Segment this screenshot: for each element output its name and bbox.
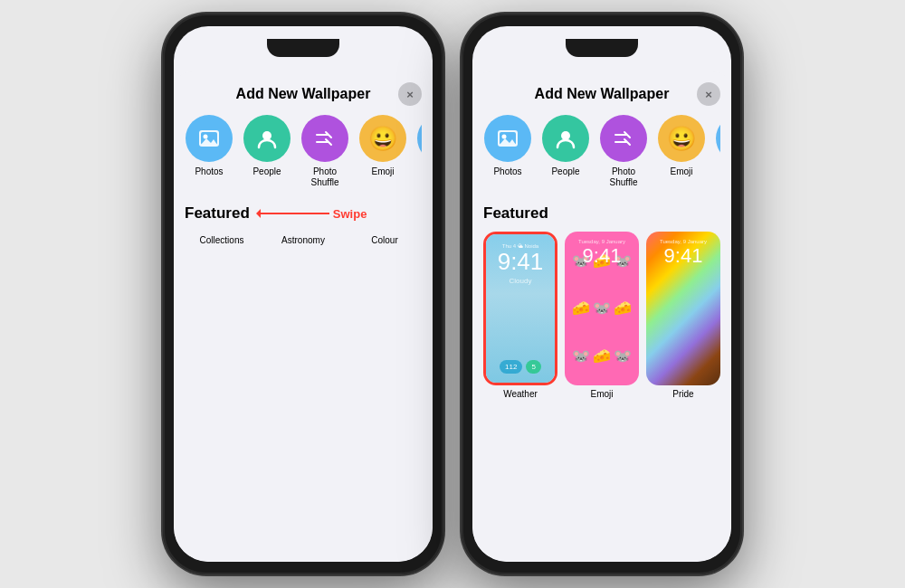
- icon-circle-photos-right: [484, 115, 531, 162]
- icon-item-shuffle-right[interactable]: Photo Shuffle: [599, 115, 648, 188]
- icon-item-photos-left[interactable]: Photos: [185, 115, 233, 188]
- cards-container-right: Thu 4 🌥 Noida 9:41 Cloudy 112 5 Weather: [483, 232, 720, 399]
- icon-circle-weather-right: ☁️: [716, 115, 720, 162]
- svg-point-4: [262, 131, 272, 140]
- modal-title-left: Add New Wallpaper: [236, 86, 371, 102]
- icon-circle-people-right: [542, 115, 589, 162]
- modal-header-right: Add New Wallpaper ×: [483, 86, 720, 102]
- phone-screen-left: Add New Wallpaper × Photos: [174, 26, 433, 562]
- featured-header-right: Featured: [483, 204, 720, 223]
- card-label-pride: Pride: [672, 389, 693, 399]
- icon-label-people-right: People: [551, 166, 579, 177]
- phone-notch-right: [566, 39, 638, 57]
- icon-item-emoji-left[interactable]: 😀 Emoji: [358, 115, 407, 188]
- card-wrapper-colour[interactable]: Tuesday, 9 January 9:41 Colour: [348, 232, 422, 245]
- card-label-colour: Colour: [371, 235, 397, 245]
- icon-item-photos-right[interactable]: Photos: [483, 115, 532, 188]
- icon-circle-emoji-left: 😀: [359, 115, 406, 162]
- emoji-cheese-3: 🧀: [613, 285, 634, 333]
- card-wrapper-weather[interactable]: Thu 4 🌥 Noida 9:41 Cloudy 112 5 Weather: [483, 232, 557, 399]
- icon-label-shuffle-left: Photo Shuffle: [311, 166, 339, 188]
- icon-circle-weather-left: ☁️: [417, 115, 422, 162]
- icon-item-shuffle-left[interactable]: Photo Shuffle: [300, 115, 349, 188]
- card-wrapper-pride[interactable]: Tuesday, 9 January 9:41 Pride: [646, 232, 720, 399]
- card-label-weather: Weather: [503, 389, 538, 399]
- card-label-emoji-right: Emoji: [590, 389, 613, 399]
- swipe-label-left: Swipe: [333, 207, 367, 221]
- svg-point-7: [502, 135, 507, 139]
- card-wrapper-astronomy[interactable]: Tuesday, 9 January 9:41 Astronomy: [266, 232, 340, 245]
- modal-header-left: Add New Wallpaper ×: [185, 86, 422, 102]
- featured-header-left: Featured Swipe: [185, 204, 422, 223]
- wallpaper-icons-right: Photos People: [483, 115, 720, 188]
- emoji-mouse-4: 🐭: [570, 332, 591, 380]
- icon-item-weather-left[interactable]: ☁️ Weat…: [416, 115, 422, 188]
- card-weather-inner: Thu 4 🌥 Noida 9:41 Cloudy 112 5: [486, 234, 555, 383]
- icon-label-people-left: People: [252, 166, 281, 177]
- phone-notch-left: [267, 39, 339, 57]
- emoji-time-overlay: Tuesday, 9 January 9:41: [565, 239, 639, 268]
- pride-time-overlay: Tuesday, 9 January 9:41: [646, 239, 720, 268]
- weather-widgets: 112 5: [500, 360, 541, 374]
- icon-circle-shuffle-right: [600, 115, 647, 162]
- phone-screen-right: Add New Wallpaper × Photos: [472, 26, 731, 562]
- icon-label-photos-right: Photos: [493, 166, 521, 177]
- arrow-line-left: [257, 213, 329, 214]
- icon-item-emoji-right[interactable]: 😀 Emoji: [657, 115, 706, 188]
- featured-title-left: Featured: [185, 204, 250, 223]
- icon-circle-photos-left: [186, 115, 233, 162]
- close-button-left[interactable]: ×: [398, 82, 422, 106]
- close-button-right[interactable]: ×: [697, 82, 720, 106]
- featured-section-left: Featured Swipe Tuesday, 9 January 9:41: [185, 204, 422, 547]
- featured-section-right: Featured Thu 4 🌥 Noida 9:41 Cloudy 112: [483, 204, 720, 547]
- icon-label-photos-left: Photos: [195, 166, 223, 177]
- card-label-astronomy: Astronomy: [281, 235, 325, 245]
- icon-circle-emoji-right: 😀: [658, 115, 705, 162]
- weather-time: 9:41: [498, 249, 544, 275]
- weather-widget-1: 112: [500, 360, 522, 374]
- svg-point-9: [561, 131, 570, 140]
- emoji-card-time: 9:41: [565, 244, 639, 268]
- emoji-cheese-4: 🧀: [591, 332, 612, 380]
- emoji-cheese-2: 🧀: [570, 285, 591, 333]
- featured-title-right: Featured: [483, 204, 548, 223]
- modal-sheet-left: Add New Wallpaper × Photos: [174, 71, 433, 562]
- phone-right: Add New Wallpaper × Photos: [462, 14, 742, 574]
- phone-left: Add New Wallpaper × Photos: [163, 14, 443, 574]
- modal-title-right: Add New Wallpaper: [535, 86, 670, 102]
- icon-item-weather-right[interactable]: ☁️ Weat…: [715, 115, 720, 188]
- icon-item-people-right[interactable]: People: [541, 115, 590, 188]
- icon-label-shuffle-right: Photo Shuffle: [610, 166, 638, 188]
- weather-widget-2: 5: [526, 360, 540, 374]
- cards-container-left: Tuesday, 9 January 9:41 Collections Tues…: [185, 232, 422, 245]
- modal-sheet-right: Add New Wallpaper × Photos: [472, 71, 731, 562]
- pride-card-time: 9:41: [646, 244, 720, 268]
- icon-label-emoji-left: Emoji: [371, 166, 394, 177]
- emoji-mouse-3: 🐭: [591, 285, 612, 333]
- emoji-mouse-5: 🐭: [613, 332, 634, 380]
- swipe-arrow-left: Swipe: [257, 207, 367, 221]
- icon-circle-shuffle-left: [301, 115, 348, 162]
- icon-label-emoji-right: Emoji: [670, 166, 692, 177]
- icon-item-people-left[interactable]: People: [243, 115, 291, 188]
- wallpaper-icons-left: Photos People: [185, 115, 422, 188]
- card-emoji-right: 🐭 🧀 🐭 🧀 🐭 🧀 🐭 🧀 🐭: [565, 232, 639, 385]
- card-pride: Tuesday, 9 January 9:41: [646, 232, 720, 385]
- card-wrapper-collections[interactable]: Tuesday, 9 January 9:41 Collections: [185, 232, 259, 245]
- card-wrapper-emoji-right[interactable]: 🐭 🧀 🐭 🧀 🐭 🧀 🐭 🧀 🐭: [565, 232, 639, 399]
- selected-card-weather: Thu 4 🌥 Noida 9:41 Cloudy 112 5: [483, 232, 557, 385]
- svg-point-2: [204, 135, 208, 139]
- weather-desc: Cloudy: [510, 277, 532, 285]
- card-label-collections: Collections: [200, 235, 244, 245]
- icon-circle-people-left: [243, 115, 291, 162]
